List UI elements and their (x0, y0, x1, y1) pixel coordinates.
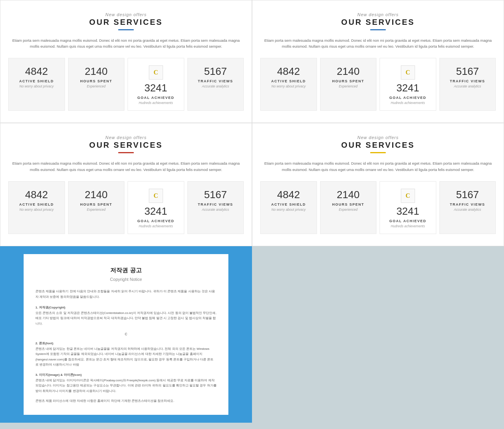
section1-title: 1. 저작권(Copyright) (35, 306, 65, 309)
copyright-section-1: 1. 저작권(Copyright) 모든 콘텐츠의 소유 및 저작권은 콘텐츠스… (35, 305, 217, 326)
logo-box: C (131, 189, 181, 203)
stat-label: GOAL ACHIEVED (131, 96, 181, 100)
logo-letter: C (149, 189, 163, 203)
panel-1-new-design: New design offers (8, 12, 244, 17)
copyright-section-3: 3. 이미지(image) & 아이콘(icon) 콘텐츠 내에 담겨있는 이미… (35, 372, 217, 394)
panel-3-title: OUR SERVICES (8, 141, 244, 150)
panel-2-underline (370, 29, 386, 30)
stat-number: 4842 (264, 189, 313, 201)
panel-2-new-design: New design offers (260, 12, 496, 17)
stat-sub: Hudreds achievements (131, 101, 181, 105)
section1-body: 모든 콘텐츠의 소유 및 저작권은 콘텐츠스테이션(Contentstation… (35, 311, 217, 325)
stat-sub: Accurate analytics (191, 84, 241, 88)
logo-box: C (131, 65, 181, 80)
stat-goal-achieved-4: C 3241 GOAL ACHIEVED Hudreds achievement… (380, 181, 436, 234)
stat-label: ACTIVE SHIELD (12, 79, 61, 83)
stat-number: 3241 (131, 82, 181, 94)
stat-label: ACTIVE SHIELD (264, 79, 313, 83)
panel-1: New design offers OUR SERVICES Etiam por… (0, 0, 252, 123)
stat-label: HOURS SPENT (72, 202, 121, 206)
panel-1-desc: Etiam porta sem malesuada magna mollis e… (8, 37, 244, 49)
copyright-intro: 콘텐츠 제품을 사용하기 전에 다음의 안내와 조항들을 자세히 읽어 주시기 … (35, 289, 217, 299)
panel-3-new-design: New design offers (8, 135, 244, 140)
gray-panel (252, 246, 504, 423)
stat-active-shield-3: 4842 ACTIVE SHIELD No worry about privac… (8, 181, 65, 234)
panel-1-underline (118, 29, 134, 30)
stat-sub: No worry about privacy (264, 208, 313, 212)
stat-number: 3241 (383, 205, 433, 217)
copyright-footer: 콘텐츠 제품 라이선스에 대한 자세한 사항은 홈페이지 하단에 기재한 콘텐츠… (35, 398, 217, 404)
panel-3-header: New design offers OUR SERVICES (8, 135, 244, 153)
stat-number: 5167 (191, 189, 241, 201)
copyright-title-en: Copyright Notice (35, 276, 217, 283)
stat-sub: Experienced (72, 84, 121, 88)
panel-2-header: New design offers OUR SERVICES (260, 12, 496, 30)
stat-sub: Hudreds achievements (383, 101, 433, 105)
stat-label: HOURS SPENT (324, 79, 373, 83)
stat-label: TRAFFIC VIEWS (443, 202, 493, 206)
stat-traffic-views-2: 5167 TRAFFIC VIEWS Accurate analytics (439, 58, 496, 111)
section3-title: 3. 이미지(image) & 아이콘(icon) (35, 373, 82, 377)
stat-sub: Accurate analytics (191, 208, 241, 212)
stat-hours-spent-2: 2140 HOURS SPENT Experienced (320, 58, 377, 111)
stat-label: ACTIVE SHIELD (12, 202, 61, 206)
stat-label: GOAL ACHIEVED (383, 96, 433, 100)
stat-label: GOAL ACHIEVED (383, 219, 433, 223)
copyright-logo: C (35, 331, 217, 337)
stat-sub: No worry about privacy (12, 208, 61, 212)
panel-4-desc: Etiam porta sem malesuada magna mollis e… (260, 160, 496, 172)
panel-2-title: OUR SERVICES (260, 18, 496, 27)
copyright-inner: 저작권 공고 Copyright Notice 콘텐츠 제품을 사용하기 전에 … (24, 254, 228, 415)
stat-label: GOAL ACHIEVED (131, 219, 181, 223)
panel-4-underline (370, 152, 386, 153)
stat-active-shield-4: 4842 ACTIVE SHIELD No worry about privac… (260, 181, 317, 234)
panel-3-desc: Etiam porta sem malesuada magna mollis e… (8, 160, 244, 172)
main-grid: New design offers OUR SERVICES Etiam por… (0, 0, 504, 423)
logo-box: C (383, 189, 433, 203)
copyright-logo-box: C (35, 331, 217, 337)
panel-4-header: New design offers OUR SERVICES (260, 135, 496, 153)
panel-2: New design offers OUR SERVICES Etiam por… (252, 0, 504, 123)
stat-goal-achieved-2: C 3241 GOAL ACHIEVED Hudreds achievement… (380, 58, 436, 111)
stat-hours-spent-3: 2140 HOURS SPENT Experienced (68, 181, 125, 234)
bottom-section: 저작권 공고 Copyright Notice 콘텐츠 제품을 사용하기 전에 … (0, 246, 504, 423)
stat-label: TRAFFIC VIEWS (191, 79, 241, 83)
stat-number: 4842 (12, 189, 61, 201)
stat-number: 3241 (131, 205, 181, 217)
stat-number: 5167 (443, 65, 493, 78)
panel-3: New design offers OUR SERVICES Etiam por… (0, 123, 252, 246)
stat-sub: Hudreds achievements (383, 224, 433, 228)
stat-number: 4842 (12, 65, 61, 78)
panel-4-new-design: New design offers (260, 135, 496, 140)
stat-label: HOURS SPENT (324, 202, 373, 206)
stat-sub: No worry about privacy (264, 84, 313, 88)
copyright-title-ko: 저작권 공고 (35, 265, 217, 275)
stat-traffic-views-3: 5167 TRAFFIC VIEWS Accurate analytics (187, 181, 244, 234)
stat-goal-achieved-3: C 3241 GOAL ACHIEVED Hudreds achievement… (128, 181, 184, 234)
stat-goal-achieved-1: C 3241 GOAL ACHIEVED Hudreds achievement… (128, 58, 184, 111)
section2-title: 2. 폰트(font) (35, 342, 53, 345)
stat-sub: Experienced (324, 84, 373, 88)
stat-hours-spent-4: 2140 HOURS SPENT Experienced (320, 181, 377, 234)
stat-sub: Experienced (324, 208, 373, 212)
copyright-section-2: 2. 폰트(font) 콘텐츠 내에 담겨있는 한글 폰트는 네이버 나눔글꼴을… (35, 341, 217, 368)
stat-number: 2140 (72, 65, 121, 78)
logo-letter: C (149, 65, 163, 80)
panel-1-header: New design offers OUR SERVICES (8, 12, 244, 30)
stat-number: 2140 (324, 189, 373, 201)
stat-hours-spent-1: 2140 HOURS SPENT Experienced (68, 58, 125, 111)
stat-sub: Hudreds achievements (131, 224, 181, 228)
stat-sub: Accurate analytics (443, 84, 493, 88)
stat-label: ACTIVE SHIELD (264, 202, 313, 206)
stat-sub: No worry about privacy (12, 84, 61, 88)
panel-1-title: OUR SERVICES (8, 18, 244, 27)
logo-box: C (383, 65, 433, 80)
stat-sub: Accurate analytics (443, 208, 493, 212)
stat-number: 2140 (72, 189, 121, 201)
panel-4-stats: 4842 ACTIVE SHIELD No worry about privac… (260, 181, 496, 234)
logo-letter: C (401, 189, 415, 203)
stat-label: HOURS SPENT (72, 79, 121, 83)
stat-label: TRAFFIC VIEWS (443, 79, 493, 83)
stat-label: TRAFFIC VIEWS (191, 202, 241, 206)
panel-2-desc: Etiam porta sem malesuada magna mollis e… (260, 37, 496, 49)
